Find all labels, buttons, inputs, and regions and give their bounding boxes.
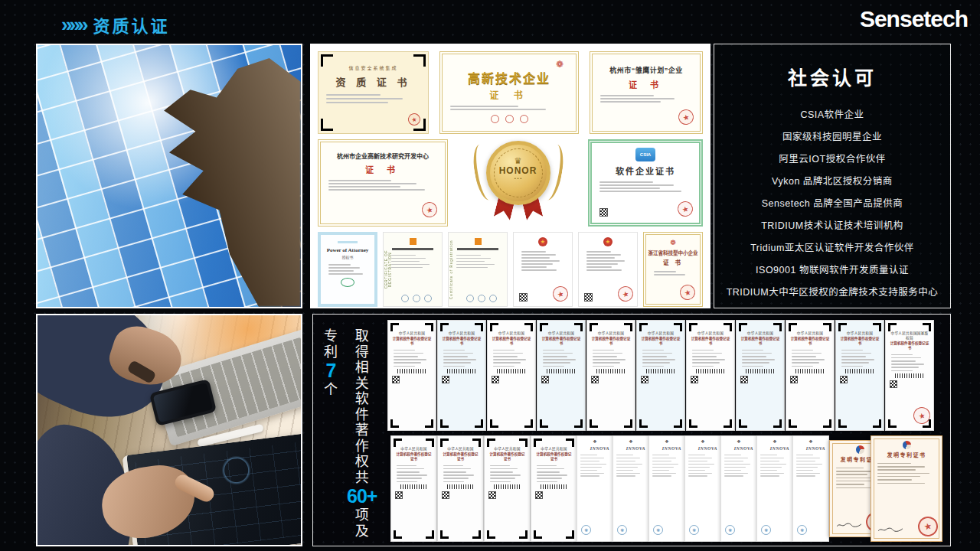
text-line-placeholder	[580, 461, 599, 461]
cert-body-lines	[488, 461, 526, 482]
iso-registration-certificate: Certificate of Registration	[448, 232, 508, 307]
text-line-placeholder	[394, 366, 415, 367]
text-line-placeholder	[493, 359, 526, 360]
cert-subtitle: 计算机软件著作权登记证书	[890, 341, 929, 350]
cert-body-lines	[535, 461, 573, 482]
cert-title: Power of Attorney	[321, 247, 374, 253]
corner-ornament	[773, 419, 782, 428]
text-line-placeholder	[443, 481, 464, 483]
signature-graphic	[836, 521, 862, 529]
text-line-placeholder	[328, 189, 425, 191]
text-line-placeholder	[490, 478, 515, 479]
copyright-stat-column: 取得相关软件著作权共 60+ 项及	[347, 328, 377, 539]
text-line-placeholder	[688, 467, 710, 468]
qr-code	[790, 376, 798, 383]
copyright-certificate: 中华人民共和国计算机软件著作权登记证书	[487, 320, 536, 431]
text-line-placeholder	[692, 366, 714, 367]
corner-ornament	[566, 439, 574, 447]
corner-ornament	[475, 323, 483, 331]
zhejiang-sme-certificate: ❁ 浙江省科技型中小企业 证 书 ★	[643, 232, 703, 307]
qr-code	[535, 491, 543, 499]
text-line-placeholder	[724, 473, 748, 474]
text-line-placeholder	[443, 362, 471, 364]
medal-circle: ♛ HONOR • • •	[486, 141, 550, 205]
corner-ornament	[590, 323, 598, 331]
text-line-placeholder	[792, 366, 813, 367]
text-line-placeholder	[692, 353, 722, 354]
text-line-placeholder	[391, 267, 423, 269]
text-line-placeholder	[891, 360, 916, 362]
corner-ornament	[739, 419, 747, 428]
corner-ornament	[394, 530, 402, 539]
text-line-placeholder	[891, 370, 913, 372]
social-list-item: ISO9001 物联网软件开发质量认证	[714, 259, 950, 282]
text-line-placeholder	[877, 463, 911, 465]
text-line-placeholder	[328, 264, 351, 266]
cert-body-lines	[442, 345, 482, 367]
qr-code	[488, 491, 496, 499]
cert-body-lines	[384, 250, 442, 269]
csia-logo: CSIA	[635, 148, 655, 161]
corner-ornament	[923, 419, 931, 428]
corner-ornament	[390, 323, 399, 331]
barcode	[795, 369, 824, 373]
corner-ornament	[490, 419, 498, 428]
text-line-placeholder	[742, 350, 763, 351]
text-line-placeholder	[742, 359, 775, 360]
corner-ornament	[574, 323, 583, 331]
text-line-placeholder	[742, 366, 763, 367]
text-line-placeholder	[580, 458, 604, 458]
cert-subtitle: 计算机软件著作权登记证书	[790, 336, 830, 345]
text-line-placeholder	[521, 257, 550, 259]
text-line-placeholder	[490, 471, 513, 473]
cert-body-lines	[593, 90, 700, 103]
text-line-placeholder	[652, 467, 674, 468]
corner-ornament	[823, 323, 831, 331]
national-emblem-icon: ★	[603, 237, 612, 246]
cert-body-lines	[796, 451, 825, 477]
text-line-placeholder	[599, 187, 660, 189]
text-line-placeholder	[580, 475, 599, 476]
qr-code	[492, 376, 499, 383]
registrar-logo	[475, 238, 482, 245]
corner-ornament	[390, 419, 399, 428]
social-list-item: CSIA软件企业	[714, 104, 950, 126]
cert-subtitle: 计算机软件著作权登记证书	[541, 336, 581, 345]
text-line-placeholder	[652, 455, 669, 455]
text-line-placeholder	[642, 366, 664, 367]
corner-ornament	[873, 323, 881, 331]
red-seal-stamp: ★	[676, 200, 694, 218]
text-line-placeholder	[836, 484, 864, 485]
text-line-placeholder	[724, 464, 750, 465]
qr-code	[691, 376, 698, 383]
social-list-item: Vykon 品牌北区授权分销商	[714, 171, 950, 193]
text-line-placeholder	[593, 350, 614, 351]
text-line-placeholder	[586, 266, 612, 268]
accreditation-seals	[394, 295, 439, 302]
medal-dots: • • •	[490, 176, 547, 181]
corner-ornament	[321, 119, 333, 131]
copyright-count: 60+	[347, 485, 377, 507]
cert-body-lines	[652, 451, 681, 477]
text-line-placeholder	[593, 359, 626, 360]
corner-ornament	[534, 439, 542, 447]
cert-body-lines	[392, 345, 432, 367]
text-line-placeholder	[600, 98, 675, 99]
vertical-text: 个	[324, 382, 338, 398]
signature-graphic	[877, 526, 903, 533]
corner-ornament	[440, 419, 449, 428]
text-line-placeholder	[796, 467, 818, 468]
software-enterprise-certificate: CSIA 软件企业证书 ★	[588, 139, 703, 227]
certificates-row-3: Power of Attorney 授权书 CERTIFICATE OF REG…	[318, 232, 703, 307]
text-line-placeholder	[443, 353, 473, 354]
corner-ornament	[724, 419, 732, 428]
corner-ornament	[426, 439, 434, 447]
text-line-placeholder	[328, 186, 400, 187]
copyright-certificate: 中华人民共和国计算机软件著作权登记证书	[531, 435, 577, 542]
text-line-placeholder	[580, 464, 606, 465]
patent-copyright-stats: 专利 7 个 取得相关软件著作权共 60+ 项及	[324, 328, 377, 539]
text-line-placeholder	[543, 362, 570, 364]
text-line-placeholder	[760, 470, 777, 471]
text-line-placeholder	[792, 356, 816, 357]
green-seal	[341, 278, 354, 287]
